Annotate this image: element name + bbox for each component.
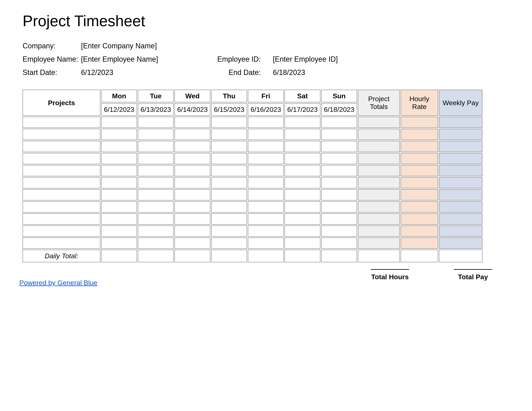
hours-cell[interactable] xyxy=(285,129,320,140)
hours-cell[interactable] xyxy=(211,201,247,213)
hours-cell[interactable] xyxy=(174,189,210,200)
hours-cell[interactable] xyxy=(285,117,320,128)
hours-cell[interactable] xyxy=(138,213,174,225)
hours-cell[interactable] xyxy=(211,189,247,200)
employee-name-value[interactable]: [Enter Employee Name] xyxy=(81,55,194,64)
hourly-rate-cell[interactable] xyxy=(401,238,438,249)
hours-cell[interactable] xyxy=(138,189,174,200)
project-name-cell[interactable] xyxy=(23,141,100,152)
hours-cell[interactable] xyxy=(211,238,247,249)
hours-cell[interactable] xyxy=(321,117,357,128)
hours-cell[interactable] xyxy=(211,177,247,188)
hours-cell[interactable] xyxy=(138,225,174,237)
hours-cell[interactable] xyxy=(248,189,284,200)
hours-cell[interactable] xyxy=(248,153,284,164)
hours-cell[interactable] xyxy=(248,129,284,140)
hours-cell[interactable] xyxy=(174,201,210,213)
hours-cell[interactable] xyxy=(248,141,284,152)
hourly-rate-cell[interactable] xyxy=(401,201,438,213)
hours-cell[interactable] xyxy=(248,117,284,128)
hours-cell[interactable] xyxy=(321,165,357,176)
hours-cell[interactable] xyxy=(211,141,247,152)
hours-cell[interactable] xyxy=(101,165,137,176)
hours-cell[interactable] xyxy=(211,129,247,140)
hourly-rate-cell[interactable] xyxy=(401,165,438,176)
hours-cell[interactable] xyxy=(248,238,284,249)
hourly-rate-cell[interactable] xyxy=(401,213,438,225)
powered-by-link[interactable]: Powered by General Blue xyxy=(19,279,97,287)
hours-cell[interactable] xyxy=(321,153,357,164)
hourly-rate-cell[interactable] xyxy=(401,117,438,128)
hours-cell[interactable] xyxy=(138,117,174,128)
hours-cell[interactable] xyxy=(101,177,137,188)
project-name-cell[interactable] xyxy=(23,153,100,164)
project-name-cell[interactable] xyxy=(23,238,100,249)
hours-cell[interactable] xyxy=(174,129,210,140)
hours-cell[interactable] xyxy=(138,238,174,249)
hours-cell[interactable] xyxy=(101,117,137,128)
hours-cell[interactable] xyxy=(101,153,137,164)
project-name-cell[interactable] xyxy=(23,201,100,213)
hours-cell[interactable] xyxy=(285,213,320,225)
hours-cell[interactable] xyxy=(174,213,210,225)
hours-cell[interactable] xyxy=(285,238,320,249)
hours-cell[interactable] xyxy=(321,213,357,225)
hours-cell[interactable] xyxy=(248,213,284,225)
hours-cell[interactable] xyxy=(321,129,357,140)
project-name-cell[interactable] xyxy=(23,213,100,225)
hours-cell[interactable] xyxy=(138,201,174,213)
hours-cell[interactable] xyxy=(138,141,174,152)
project-name-cell[interactable] xyxy=(23,129,100,140)
hours-cell[interactable] xyxy=(138,165,174,176)
hours-cell[interactable] xyxy=(174,238,210,249)
hours-cell[interactable] xyxy=(321,225,357,237)
hours-cell[interactable] xyxy=(248,165,284,176)
hours-cell[interactable] xyxy=(211,213,247,225)
hours-cell[interactable] xyxy=(138,129,174,140)
hours-cell[interactable] xyxy=(101,141,137,152)
hours-cell[interactable] xyxy=(211,153,247,164)
end-date-value[interactable]: 6/18/2023 xyxy=(273,68,386,77)
hours-cell[interactable] xyxy=(285,201,320,213)
project-name-cell[interactable] xyxy=(23,165,100,176)
hours-cell[interactable] xyxy=(285,225,320,237)
project-name-cell[interactable] xyxy=(23,117,100,128)
project-name-cell[interactable] xyxy=(23,177,100,188)
hours-cell[interactable] xyxy=(174,117,210,128)
hourly-rate-cell[interactable] xyxy=(401,225,438,237)
hours-cell[interactable] xyxy=(211,117,247,128)
hours-cell[interactable] xyxy=(101,213,137,225)
hours-cell[interactable] xyxy=(138,177,174,188)
hours-cell[interactable] xyxy=(101,201,137,213)
company-value[interactable]: [Enter Company Name] xyxy=(81,42,194,50)
start-date-value[interactable]: 6/12/2023 xyxy=(81,68,194,77)
project-name-cell[interactable] xyxy=(23,189,100,200)
hours-cell[interactable] xyxy=(174,141,210,152)
hours-cell[interactable] xyxy=(285,141,320,152)
hours-cell[interactable] xyxy=(248,177,284,188)
hourly-rate-cell[interactable] xyxy=(401,153,438,164)
hours-cell[interactable] xyxy=(321,201,357,213)
hours-cell[interactable] xyxy=(321,238,357,249)
hourly-rate-cell[interactable] xyxy=(401,189,438,200)
hours-cell[interactable] xyxy=(321,141,357,152)
project-name-cell[interactable] xyxy=(23,225,100,237)
hours-cell[interactable] xyxy=(101,225,137,237)
hourly-rate-cell[interactable] xyxy=(401,129,438,140)
hours-cell[interactable] xyxy=(321,189,357,200)
employee-id-value[interactable]: [Enter Employee ID] xyxy=(273,55,386,64)
hours-cell[interactable] xyxy=(138,153,174,164)
hours-cell[interactable] xyxy=(101,129,137,140)
hours-cell[interactable] xyxy=(101,238,137,249)
hours-cell[interactable] xyxy=(174,165,210,176)
hours-cell[interactable] xyxy=(285,165,320,176)
hours-cell[interactable] xyxy=(101,189,137,200)
hours-cell[interactable] xyxy=(248,201,284,213)
hours-cell[interactable] xyxy=(174,153,210,164)
hourly-rate-cell[interactable] xyxy=(401,177,438,188)
hours-cell[interactable] xyxy=(285,153,320,164)
hours-cell[interactable] xyxy=(174,177,210,188)
hours-cell[interactable] xyxy=(211,165,247,176)
hours-cell[interactable] xyxy=(285,189,320,200)
hours-cell[interactable] xyxy=(321,177,357,188)
